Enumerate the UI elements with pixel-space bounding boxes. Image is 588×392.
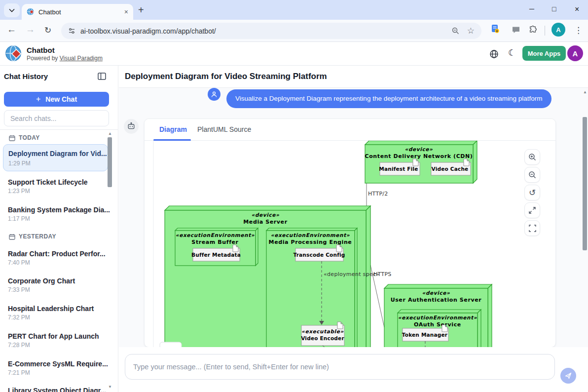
artifact-transcode-config: Transcode Config [293,252,345,258]
chat-item[interactable]: Support Ticket Lifecycle 1:23 PM [8,178,88,195]
svg-text:«device»: «device» [252,212,280,218]
window-maximize-button[interactable]: □ [552,5,556,13]
user-message-bubble: Visualize a Deployment Diagram represent… [226,89,551,108]
cdn-node: «device» Content Delivery Network (CDN) … [365,141,477,183]
send-button[interactable] [560,368,576,384]
fullscreen-icon [529,225,536,232]
tab-plantuml-source[interactable]: PlantUML Source [197,125,251,133]
zoom-out-button[interactable] [524,167,540,183]
file-icon [336,245,342,252]
zoom-out-page-icon[interactable] [452,27,459,35]
svg-text:«device»: «device» [405,146,433,152]
main-panel: Deployment Diagram for Video Streaming P… [119,66,588,392]
dark-mode-moon-icon[interactable]: ☾ [508,47,516,58]
search-chats-input[interactable] [4,110,109,126]
diagram-canvas[interactable]: HTTP/2 HTTPS «device» Content Delivery N… [145,141,556,348]
page-title: Deployment Diagram for Video Streaming P… [125,72,327,81]
reset-view-icon: ↺ [529,188,536,198]
reset-view-button[interactable]: ↺ [524,185,540,200]
sidebar-scrollbar-thumb[interactable] [108,137,112,187]
file-icon [233,245,238,252]
new-tab-button[interactable]: + [138,4,144,16]
file-icon [413,159,418,166]
chat-item[interactable]: Radar Chart: Product Perfor... 7:40 PM [8,250,106,266]
sidebar-scroll-up-icon[interactable]: ▲ [108,131,112,136]
user-avatar[interactable]: A [567,45,583,61]
chat-item[interactable]: Library System Object Diagr... [8,387,106,392]
svg-text:Media Processing Engine: Media Processing Engine [269,239,352,245]
forward-button: → [26,24,35,35]
chevron-down-icon [9,8,15,12]
user-message-avatar [208,88,220,101]
visual-paradigm-favicon [27,8,35,16]
send-plane-icon [564,372,572,380]
window-close-button[interactable]: × [575,5,579,14]
fullscreen-button[interactable] [524,220,540,236]
expand-button[interactable] [524,202,540,218]
tab-close-icon[interactable]: × [124,8,128,16]
browser-tabstrip: Chatbot × + ─ □ × [0,0,588,20]
new-chat-button[interactable]: + New Chat [4,92,109,107]
calendar-icon [9,135,15,141]
bookmark-star-icon[interactable]: ☆ [467,26,475,36]
file-icon [442,325,447,332]
svg-text:Manifest File: Manifest File [379,166,418,172]
window-minimize-button[interactable]: ─ [529,5,534,13]
svg-text:Video Encoder: Video Encoder [301,335,344,341]
composer [119,347,588,392]
extensions-puzzle-icon[interactable] [529,25,538,34]
svg-text:«executable»: «executable» [301,328,344,334]
collapse-sidebar-icon[interactable] [98,73,106,80]
browser-tab[interactable]: Chatbot × [22,4,133,20]
diagram-card: Diagram PlantUML Source HTTP/2 HTTPS [144,118,556,348]
chat-item[interactable]: Corporate Org Chart 7:33 PM [8,277,75,293]
oauth-service-node: «executionEnvironment» OAuth Service Tok… [398,310,481,348]
auth-server-node: «device» User Authentication Server «exe… [384,284,492,348]
chat-item[interactable]: E-Commerce SysML Require... 7:21 PM [8,360,108,376]
chat-item-selected[interactable]: Deployment Diagram for Vid... 1:29 PM [3,144,108,171]
address-bar[interactable]: ai-toolbox.visual-paradigm.com/app/chatb… [61,23,481,39]
sidebar: Chat History + New Chat TODAY Deployment… [0,66,118,392]
svg-text:Content Delivery Network (CDN): Content Delivery Network (CDN) [365,153,473,159]
svg-text:Stream Buffer: Stream Buffer [191,239,238,245]
chat-item[interactable]: Hospital Leadership Chart 7:32 PM [8,305,94,321]
browser-profile-avatar[interactable]: A [551,23,565,37]
stream-buffer-node: «executionEnvironment» Stream Buffer Buf… [175,228,258,266]
tab-diagram[interactable]: Diagram [159,125,187,133]
browser-menu-icon[interactable]: ⋮ [574,25,583,36]
visual-paradigm-link[interactable]: Visual Paradigm [60,55,103,62]
extension-doc-icon[interactable] [491,24,499,34]
svg-text:User Authentication Server: User Authentication Server [391,297,482,303]
tab-search-button[interactable] [4,3,20,17]
file-icon [337,322,343,329]
chat-item[interactable]: PERT Chart for App Launch 7:28 PM [8,332,99,349]
person-icon [211,91,218,98]
artifact-buffer-metadata: Buffer Metadata [191,252,241,258]
toolbar-divider [545,26,545,36]
chat-list: TODAY Deployment Diagram for Vid... 1:29… [0,130,118,392]
svg-text:«executionEnvironment»: «executionEnvironment» [398,314,477,320]
section-header-yesterday: YESTERDAY [9,233,56,240]
link-label-deployment-spec: «deployment spec» [324,271,379,277]
back-button[interactable]: ← [7,24,16,35]
svg-text:Video Cache: Video Cache [432,166,469,172]
visual-paradigm-logo [5,45,23,63]
svg-text:Media Server: Media Server [243,219,287,225]
browser-window: Chatbot × + ─ □ × ← → ↻ ai-toolbox.visua… [0,0,588,392]
chat-item[interactable]: Banking System Package Dia... 1:17 PM [8,206,110,222]
more-apps-button[interactable]: More Apps [522,46,566,61]
plus-icon: + [36,95,40,104]
feedback-bubble-icon[interactable] [512,26,520,34]
zoom-in-button[interactable] [524,149,540,165]
url-text[interactable]: ai-toolbox.visual-paradigm.com/app/chatb… [80,27,452,35]
reload-button[interactable]: ↻ [44,25,51,36]
svg-text:«executionEnvironment»: «executionEnvironment» [271,232,350,238]
main-scrollbar-thumb[interactable] [583,117,587,250]
main-scroll-up-icon[interactable]: ▲ [583,90,587,94]
artifact-video-encoder: «executable» Video Encoder [301,322,344,346]
site-settings-icon[interactable] [68,27,75,35]
language-globe-icon[interactable] [489,49,499,59]
svg-text:OAuth Service: OAuth Service [414,321,461,328]
sidebar-scroll-down-icon[interactable]: ▼ [108,385,112,389]
message-input[interactable] [125,354,555,380]
